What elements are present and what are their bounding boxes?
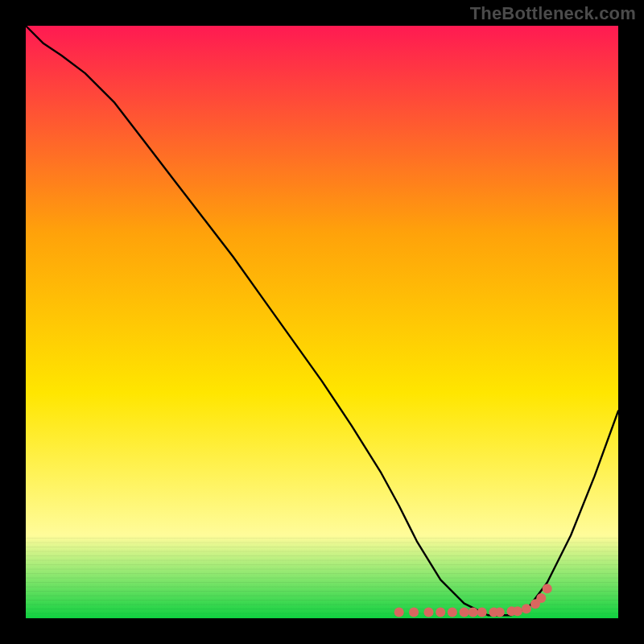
optimal-dot [495,608,505,617]
optimal-dot [543,584,552,593]
optimal-dot [436,608,445,617]
optimal-dot [409,608,419,617]
watermark-text: TheBottleneck.com [470,3,636,24]
optimal-dot [469,608,478,617]
bottleneck-chart [0,0,644,644]
chart-container: TheBottleneck.com [0,0,644,644]
optimal-dot [394,608,404,617]
optimal-dot [424,608,434,617]
optimal-dot [513,606,522,616]
gradient-background [26,26,618,618]
optimal-dot [460,608,469,617]
optimal-dot [522,604,531,613]
optimal-dot [477,608,487,617]
optimal-dot [536,593,546,603]
optimal-dot [448,608,457,617]
